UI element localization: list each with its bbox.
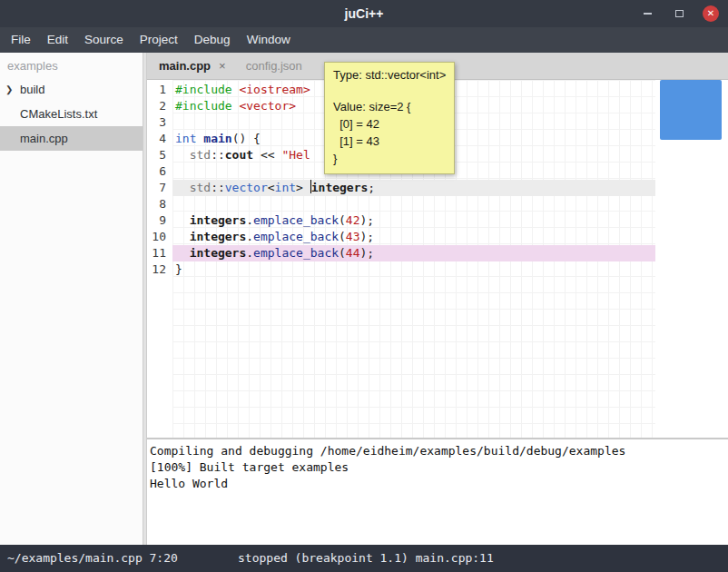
window-title: juCi++ (0, 0, 728, 27)
code-line (172, 196, 655, 212)
editor-line[interactable]: 11 integers.emplace_back(44); (147, 245, 655, 261)
menu-bar: FileEditSourceProjectDebugWindow (0, 27, 728, 53)
code-token: <vector> (239, 99, 296, 113)
tree-item-label: main.cpp (20, 132, 68, 145)
minimize-button[interactable] (639, 5, 655, 22)
code-token: } (175, 262, 182, 276)
editor-line[interactable]: 10 integers.emplace_back(43); (147, 229, 655, 245)
line-number[interactable]: 4 (147, 131, 172, 147)
window-controls: ✕ (639, 0, 719, 27)
output-terminal[interactable]: Compiling and debugging /home/eidheim/ex… (147, 439, 728, 545)
sidebar-item-cmakelists-txt[interactable]: CMakeLists.txt (0, 102, 143, 126)
code-token: main (203, 132, 231, 145)
close-button[interactable]: ✕ (703, 5, 719, 22)
menu-window[interactable]: Window (239, 27, 299, 53)
minimize-icon (644, 13, 652, 15)
code-token: integers (311, 181, 369, 194)
line-number[interactable]: 12 (147, 261, 172, 278)
tooltip-type-line: Type: std::vector<int> (333, 67, 446, 84)
code-token: ( (339, 230, 346, 243)
code-token: << (253, 148, 281, 162)
line-number[interactable]: 8 (147, 196, 172, 212)
code-line: integers.emplace_back(43); (172, 229, 655, 245)
code-line: } (172, 261, 655, 278)
status-file-position: ~/examples/main.cpp 7:20 (7, 545, 178, 572)
code-token (175, 181, 190, 194)
tab-label: config.json (246, 59, 302, 73)
restore-button[interactable] (671, 5, 687, 22)
tree-item-label: build (20, 83, 44, 96)
code-token (175, 213, 190, 227)
editor-line[interactable]: 12} (147, 261, 655, 278)
tooltip-values: Value: size=2 { [0] = 42 [1] = 43} (333, 98, 446, 167)
tab-label: main.cpp (159, 59, 211, 73)
code-token: ( (339, 213, 346, 227)
sidebar-item-build[interactable]: ❯build (0, 77, 143, 102)
titlebar[interactable]: juCi++ ✕ (0, 0, 728, 27)
code-line: integers.emplace_back(42); (172, 212, 655, 229)
code-token: std (190, 148, 211, 162)
tooltip-value-line: [1] = 43 (333, 133, 446, 150)
sidebar-item-main-cpp[interactable]: main.cpp (0, 126, 143, 151)
menu-edit[interactable]: Edit (39, 27, 76, 53)
output-line: Compiling and debugging /home/eidheim/ex… (150, 443, 725, 459)
code-token: . (246, 246, 253, 260)
editor-scroll-area (655, 80, 728, 438)
line-number[interactable]: 10 (147, 229, 172, 245)
status-debug-state: stopped (breakpoint 1.1) main.cpp:11 (238, 545, 494, 572)
scrollbar-thumb[interactable] (660, 80, 722, 140)
menu-debug[interactable]: Debug (186, 27, 239, 53)
line-number[interactable]: 1 (147, 82, 172, 98)
code-token: integers (190, 230, 247, 243)
menu-file[interactable]: File (3, 27, 39, 53)
line-number[interactable]: 5 (147, 147, 172, 163)
code-token (175, 246, 190, 260)
close-icon: ✕ (707, 5, 714, 22)
code-token: :: (211, 148, 225, 162)
code-token: ); (360, 230, 375, 243)
editor-line[interactable]: 8 (147, 196, 655, 212)
output-line: [100%] Built target examples (150, 459, 725, 476)
code-token: > (296, 181, 310, 194)
code-line: std::vector<int> integers; (172, 180, 655, 196)
code-token: 42 (346, 213, 360, 227)
sidebar-header: examples (0, 53, 143, 77)
tab-main-cpp[interactable]: main.cpp× (149, 53, 236, 80)
code-token: ); (360, 246, 375, 260)
tree-item-label: CMakeLists.txt (20, 107, 97, 121)
menu-project[interactable]: Project (132, 27, 186, 53)
code-token: ( (339, 246, 346, 260)
line-number[interactable]: 3 (147, 114, 172, 131)
code-token: emplace_back (253, 213, 339, 227)
code-token: ; (368, 181, 375, 194)
tooltip-value-line: [0] = 42 (333, 115, 446, 133)
code-token: . (246, 230, 253, 243)
code-token (175, 230, 190, 243)
tab-config-json[interactable]: config.json (236, 53, 312, 80)
code-token: integers (190, 246, 247, 260)
code-token: :: (211, 181, 225, 194)
line-number[interactable]: 2 (147, 98, 172, 114)
code-token: std (190, 181, 211, 194)
output-line: Hello World (150, 476, 725, 492)
code-token: int (175, 132, 196, 145)
code-token: <iostream> (239, 83, 310, 96)
main-pane: main.cpp×config.json 1#include <iostream… (147, 53, 728, 545)
close-tab-icon[interactable]: × (219, 59, 226, 73)
code-token: "Hel (281, 148, 310, 162)
code-token: integers (190, 213, 247, 227)
code-token: int (275, 181, 296, 194)
line-number[interactable]: 6 (147, 163, 172, 180)
code-token: emplace_back (253, 230, 339, 243)
line-number[interactable]: 7 (147, 180, 172, 196)
editor-line[interactable]: 9 integers.emplace_back(42); (147, 212, 655, 229)
editor-line[interactable]: 7 std::vector<int> integers; (147, 180, 655, 196)
line-number[interactable]: 11 (147, 245, 172, 261)
code-token: 43 (346, 230, 360, 243)
line-number[interactable]: 9 (147, 212, 172, 229)
code-token: ); (360, 213, 375, 227)
code-token: < (268, 181, 275, 194)
app-window: juCi++ ✕ FileEditSourceProjectDebugWindo… (0, 0, 728, 572)
menu-source[interactable]: Source (76, 27, 132, 53)
chevron-right-icon[interactable]: ❯ (5, 84, 13, 94)
